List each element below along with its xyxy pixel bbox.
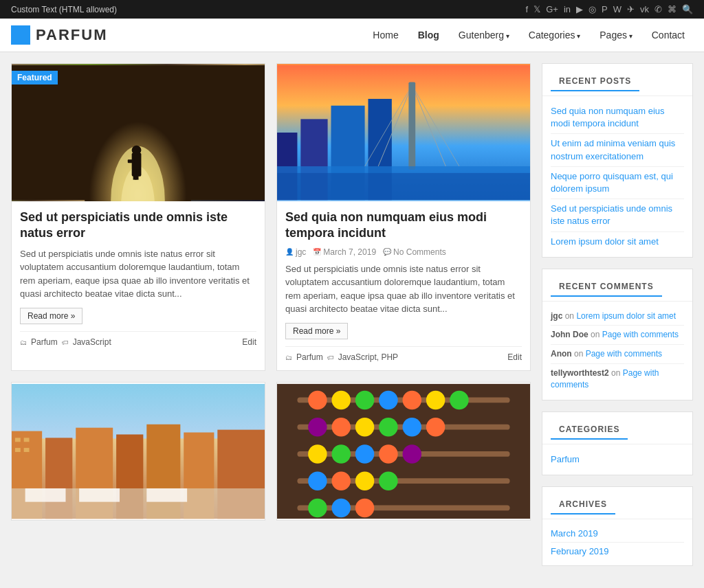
post-2-footer: Parfum JavaScript, PHP Edit bbox=[285, 346, 522, 362]
search-icon[interactable]: 🔍 bbox=[682, 4, 693, 14]
commenter-1: jgc bbox=[551, 311, 562, 321]
post-1-title[interactable]: Sed ut perspiciatis unde omnis iste natu… bbox=[20, 210, 256, 242]
svg-point-60 bbox=[403, 444, 421, 463]
post-card-1: Featured Sed ut perspiciatis unde omnis … bbox=[11, 63, 265, 371]
recent-posts-title-wrap: RECENT POSTS bbox=[542, 64, 692, 96]
post-2-tags[interactable]: JavaScript, PHP bbox=[338, 352, 398, 362]
archive-2[interactable]: February 2019 bbox=[551, 543, 684, 560]
on-4: on bbox=[611, 368, 623, 378]
archives-title-wrap: ARCHIVES bbox=[542, 487, 692, 519]
categories-title-wrap: CATEGORIES bbox=[542, 412, 692, 444]
nav-pages[interactable]: Pages bbox=[591, 25, 640, 45]
svg-point-52 bbox=[355, 418, 374, 436]
recent-post-1[interactable]: Sed quia non numquam eius modi tempora i… bbox=[551, 102, 684, 134]
nav-blog[interactable]: Blog bbox=[410, 25, 448, 45]
post-2-title[interactable]: Sed quia non numquam eius modi tempora i… bbox=[285, 210, 522, 242]
post-card-2: Sed quia non numquam eius modi tempora i… bbox=[276, 63, 531, 371]
post-2-date-text: March 7, 2019 bbox=[323, 247, 376, 257]
svg-point-46 bbox=[379, 390, 397, 409]
header: PARFUM Home Blog Gutenberg Categories Pa… bbox=[0, 19, 704, 52]
recent-post-4[interactable]: Sed ut perspiciatis unde omnis iste natu… bbox=[551, 199, 684, 231]
svg-point-50 bbox=[308, 418, 327, 436]
svg-rect-20 bbox=[277, 173, 530, 200]
archive-1[interactable]: March 2019 bbox=[551, 525, 684, 543]
post-1-excerpt: Sed ut perspiciatis unde omnis iste natu… bbox=[20, 247, 256, 301]
recent-comment-1: jgc on Lorem ipsum dolor sit amet bbox=[551, 307, 684, 326]
linkedin-icon[interactable]: in bbox=[564, 4, 571, 14]
telegram-icon[interactable]: ✈ bbox=[627, 4, 635, 14]
whatsapp-icon[interactable]: ✆ bbox=[654, 4, 662, 14]
svg-rect-30 bbox=[24, 438, 30, 442]
post-card-3 bbox=[11, 382, 265, 521]
recent-post-2[interactable]: Ut enim ad minima veniam quis nostrum ex… bbox=[551, 134, 684, 166]
on-3: on bbox=[574, 349, 586, 359]
on-2: on bbox=[591, 330, 602, 339]
svg-rect-35 bbox=[79, 488, 120, 502]
comment-post-3[interactable]: Page with comments bbox=[586, 349, 662, 359]
svg-point-65 bbox=[308, 498, 327, 517]
nav-categories[interactable]: Categories bbox=[520, 25, 588, 45]
svg-point-63 bbox=[355, 471, 374, 490]
post-1-edit[interactable]: Edit bbox=[242, 337, 256, 347]
recent-posts-items: Sed quia non numquam eius modi tempora i… bbox=[542, 96, 692, 257]
logo-text: PARFUM bbox=[36, 26, 107, 44]
wordpress-icon[interactable]: W bbox=[613, 4, 622, 14]
vk-icon[interactable]: vk bbox=[640, 4, 649, 14]
archives-widget: ARCHIVES March 2019 February 2019 bbox=[542, 486, 693, 566]
tag-icon-2 bbox=[327, 352, 334, 362]
recent-post-3[interactable]: Neque porro quisquam est, qui dolorem ip… bbox=[551, 167, 684, 199]
on-1: on bbox=[565, 311, 577, 321]
featured-badge: Featured bbox=[12, 71, 58, 84]
post-2-read-more[interactable]: Read more » bbox=[285, 323, 348, 339]
nav-gutenberg[interactable]: Gutenberg bbox=[450, 25, 518, 45]
post-2-excerpt: Sed ut perspiciatis unde omnis iste natu… bbox=[285, 262, 522, 316]
nav-home[interactable]: Home bbox=[364, 25, 406, 45]
instagram-icon[interactable]: ◎ bbox=[588, 4, 596, 14]
recent-comment-4: tellyworthtest2 on Page with comments bbox=[551, 364, 684, 394]
topbar-custom-text: Custom Text (HTML allowed) bbox=[11, 5, 117, 14]
twitter-icon[interactable]: 𝕏 bbox=[534, 4, 540, 14]
svg-point-5 bbox=[132, 146, 142, 155]
logo[interactable]: PARFUM bbox=[11, 25, 107, 45]
googleplus-icon[interactable]: G+ bbox=[546, 4, 558, 14]
post-2-image-wrap bbox=[277, 64, 530, 201]
svg-point-49 bbox=[450, 390, 468, 409]
user-icon bbox=[285, 248, 294, 256]
svg-point-51 bbox=[331, 418, 350, 436]
nav-contact[interactable]: Contact bbox=[644, 25, 693, 45]
post-1-body: Sed ut perspiciatis unde omnis iste natu… bbox=[12, 201, 265, 355]
post-2-comments-text: No Comments bbox=[393, 247, 446, 257]
svg-point-53 bbox=[379, 418, 397, 436]
svg-rect-29 bbox=[15, 438, 21, 442]
folder-icon bbox=[20, 337, 27, 347]
comment-post-1[interactable]: Lorem ipsum dolor sit amet bbox=[576, 311, 676, 321]
recent-post-5[interactable]: Lorem ipsum dolor sit amet bbox=[551, 232, 684, 251]
svg-point-66 bbox=[331, 498, 350, 517]
svg-rect-8 bbox=[133, 170, 137, 180]
post-2-date: March 7, 2019 bbox=[313, 247, 376, 257]
post-2-comments: No Comments bbox=[383, 247, 446, 257]
category-1[interactable]: Parfum bbox=[551, 450, 684, 469]
svg-rect-6 bbox=[128, 159, 135, 163]
recent-comment-2: John Doe on Page with comments bbox=[551, 326, 684, 345]
post-1-category[interactable]: Parfum bbox=[31, 337, 58, 347]
svg-point-45 bbox=[355, 390, 374, 409]
recent-comments-widget: RECENT COMMENTS jgc on Lorem ipsum dolor… bbox=[542, 269, 693, 400]
svg-point-48 bbox=[426, 390, 445, 409]
post-1-read-more[interactable]: Read more » bbox=[20, 308, 82, 324]
facebook-icon[interactable]: f bbox=[526, 4, 529, 14]
rss-icon[interactable]: ⌘ bbox=[668, 4, 676, 14]
pinterest-icon[interactable]: P bbox=[602, 4, 608, 14]
post-4-image-wrap bbox=[277, 383, 530, 520]
youtube-icon[interactable]: ▶ bbox=[576, 4, 583, 14]
svg-point-67 bbox=[355, 498, 374, 517]
folder-icon-2 bbox=[285, 352, 292, 362]
post-2-edit[interactable]: Edit bbox=[507, 352, 522, 362]
post-2-category[interactable]: Parfum bbox=[296, 352, 323, 362]
svg-point-64 bbox=[379, 471, 397, 490]
svg-point-43 bbox=[308, 390, 327, 409]
archives-title: ARCHIVES bbox=[551, 493, 615, 514]
logo-box bbox=[11, 25, 30, 45]
post-1-tags[interactable]: JavaScript bbox=[73, 337, 111, 347]
comment-post-2[interactable]: Page with comments bbox=[602, 330, 679, 339]
